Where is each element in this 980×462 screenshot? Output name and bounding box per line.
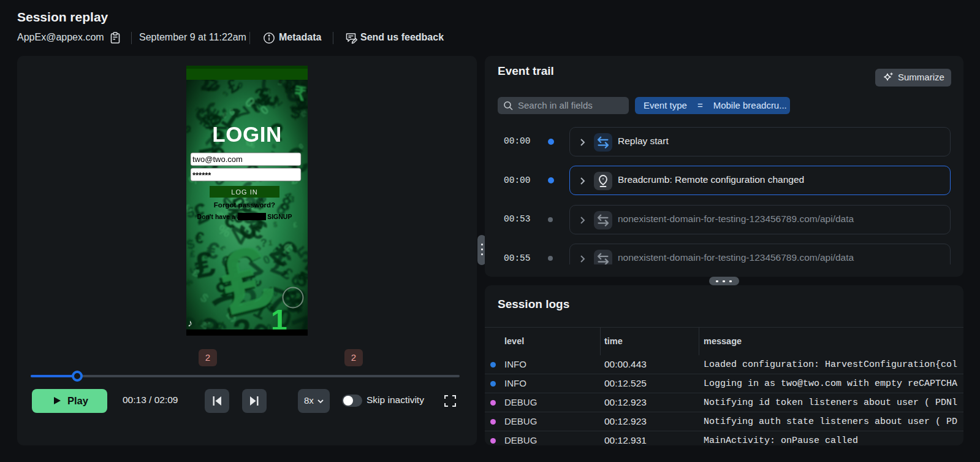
svg-text:LOG IN: LOG IN [231, 188, 257, 196]
svg-text:******: ****** [192, 171, 211, 180]
svg-text:Forgot password?: Forgot password? [214, 201, 275, 209]
svg-text:two@two.com: two@two.com [192, 155, 243, 164]
svg-text:♪: ♪ [188, 318, 192, 328]
svg-text:LOGIN: LOGIN [212, 122, 281, 146]
